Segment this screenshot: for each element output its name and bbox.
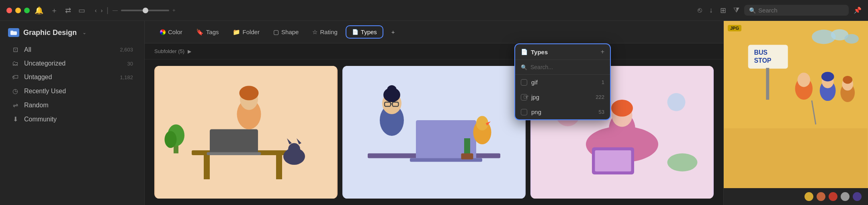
dropdown-search-icon: 🔍: [521, 64, 527, 70]
titlebar-right-icons: ⎋ ↓ ⊞ ⧩: [698, 6, 739, 15]
swatch-3[interactable]: [829, 192, 837, 201]
square-icon: ▢: [273, 29, 279, 36]
tags-filter-button[interactable]: 🔖 Tags: [190, 26, 225, 38]
sidebar-item-recently-used[interactable]: ◷ Recently Used: [3, 84, 141, 98]
grid-icon[interactable]: ⊞: [720, 6, 726, 15]
shuffle-icon: ⇌: [11, 101, 19, 109]
svg-rect-5: [276, 155, 282, 179]
star-icon: ☆: [312, 29, 317, 36]
plus-icon[interactable]: ＋: [51, 6, 58, 15]
svg-point-58: [843, 76, 852, 84]
image-card-2[interactable]: [342, 66, 526, 199]
types-dropdown: 📄 Types + 🔍 gif 1 jpg 222 ☞: [514, 43, 611, 120]
svg-rect-33: [461, 154, 473, 160]
minimize-button[interactable]: [15, 8, 21, 13]
folder-open-icon: 🗂: [11, 60, 19, 67]
svg-rect-62: [724, 128, 868, 188]
svg-rect-48: [766, 68, 769, 100]
dropdown-item-gif[interactable]: gif 1: [515, 75, 610, 90]
color-circle-icon: [160, 29, 166, 35]
sidebar-icon[interactable]: ▭: [78, 6, 85, 15]
nav-forward-icon[interactable]: ›: [101, 7, 103, 14]
svg-point-17: [165, 131, 177, 148]
zoom-slider[interactable]: — +: [113, 7, 176, 13]
svg-point-61: [844, 34, 859, 44]
svg-text:BUS: BUS: [754, 49, 768, 56]
sidebar-item-all[interactable]: ⊡ All 2,603: [3, 43, 141, 57]
svg-rect-6: [210, 129, 258, 154]
sidebar-item-random[interactable]: ⇌ Random: [3, 98, 141, 112]
swatch-4[interactable]: [841, 192, 850, 201]
right-panel: JPG BUS STOP: [723, 21, 868, 205]
dropdown-title: Types: [531, 49, 548, 55]
sidebar-item-untagged[interactable]: 🏷 Untagged 1,182: [3, 70, 141, 84]
dropdown-search-bar[interactable]: 🔍: [515, 60, 610, 75]
png-checkbox[interactable]: [521, 109, 527, 115]
search-icon: 🔍: [749, 7, 756, 14]
svg-point-55: [821, 72, 834, 82]
search-bar[interactable]: 🔍: [744, 5, 849, 16]
swap-icon[interactable]: ⇄: [65, 6, 71, 15]
community-icon: ⬇: [11, 115, 19, 123]
share-icon[interactable]: ⎋: [698, 6, 702, 14]
content-area: Color 🔖 Tags 📁 Folder ▢ Shape ☆ Rating 📄…: [145, 21, 723, 205]
titlebar: 🔔 ＋ ⇄ ▭ ‹ › | — + ⎋ ↓ ⊞ ⧩ 🔍 📌: [0, 0, 868, 21]
doc-icon: 📄: [352, 29, 358, 35]
svg-point-38: [611, 100, 633, 117]
sidebar-item-uncategorized[interactable]: 🗂 Uncategorized 30: [3, 57, 141, 70]
bookmark-icon: 🔖: [196, 29, 204, 36]
swatch-2[interactable]: [817, 192, 825, 201]
inbox-icon: ⊡: [11, 46, 19, 53]
dropdown-header: 📄 Types +: [515, 44, 610, 60]
folder-icon: [8, 28, 19, 37]
folder-filter-icon: 📁: [233, 29, 240, 36]
svg-point-10: [240, 86, 259, 100]
filter-bar: Color 🔖 Tags 📁 Folder ▢ Shape ☆ Rating 📄…: [145, 21, 723, 43]
svg-rect-32: [464, 138, 470, 155]
folder-filter-button[interactable]: 📁 Folder: [227, 26, 266, 38]
dropdown-plus-icon[interactable]: +: [601, 48, 604, 55]
traffic-lights: [6, 8, 30, 13]
sidebar-title: Graphic Design: [23, 29, 77, 37]
svg-point-12: [288, 143, 300, 155]
subfolder-arrow-icon[interactable]: ▶: [188, 49, 191, 54]
tag-icon: 🏷: [11, 74, 19, 81]
types-filter-button[interactable]: 📄 Types: [346, 25, 383, 39]
sidebar: Graphic Design ⌄ ⊡ All 2,603 🗂 Uncategor…: [0, 21, 145, 205]
svg-point-42: [667, 93, 686, 111]
maximize-button[interactable]: [24, 8, 30, 13]
clock-icon: ◷: [11, 87, 19, 95]
rating-filter-button[interactable]: ☆ Rating: [307, 26, 343, 38]
shape-filter-button[interactable]: ▢ Shape: [268, 26, 304, 38]
sidebar-header[interactable]: Graphic Design ⌄: [0, 24, 144, 43]
plus-filter-icon: +: [391, 29, 395, 35]
dropdown-item-png[interactable]: png 53: [515, 105, 610, 119]
dropdown-search-input[interactable]: [530, 64, 604, 70]
color-filter-button[interactable]: Color: [154, 26, 188, 38]
preview-image[interactable]: BUS STOP: [724, 21, 868, 188]
svg-rect-40: [595, 150, 631, 172]
download-icon[interactable]: ↓: [709, 6, 713, 14]
nav-back-icon[interactable]: ‹: [95, 7, 97, 14]
dropdown-doc-icon: 📄: [521, 49, 528, 55]
svg-text:STOP: STOP: [754, 57, 772, 64]
image-card-1[interactable]: [154, 66, 338, 199]
gif-checkbox[interactable]: [521, 79, 527, 86]
sidebar-item-community[interactable]: ⬇ Community: [3, 112, 141, 126]
svg-point-50: [797, 73, 810, 87]
filter-icon[interactable]: ⧩: [733, 6, 739, 14]
swatch-1[interactable]: [805, 192, 813, 201]
swatch-5[interactable]: [853, 192, 862, 201]
svg-rect-7: [207, 152, 261, 156]
jpg-badge: JPG: [728, 25, 741, 31]
svg-rect-4: [204, 155, 210, 179]
close-button[interactable]: [6, 8, 12, 13]
add-filter-button[interactable]: +: [386, 26, 401, 38]
pin-icon[interactable]: 📌: [854, 6, 862, 14]
search-input[interactable]: [758, 7, 839, 14]
chevron-down-icon: ⌄: [82, 30, 86, 35]
titlebar-left-icons: 🔔 ＋ ⇄ ▭: [35, 6, 85, 15]
dropdown-item-jpg[interactable]: jpg 222 ☞: [515, 90, 610, 105]
bell-icon[interactable]: 🔔: [35, 6, 43, 15]
svg-rect-1: [10, 31, 13, 32]
